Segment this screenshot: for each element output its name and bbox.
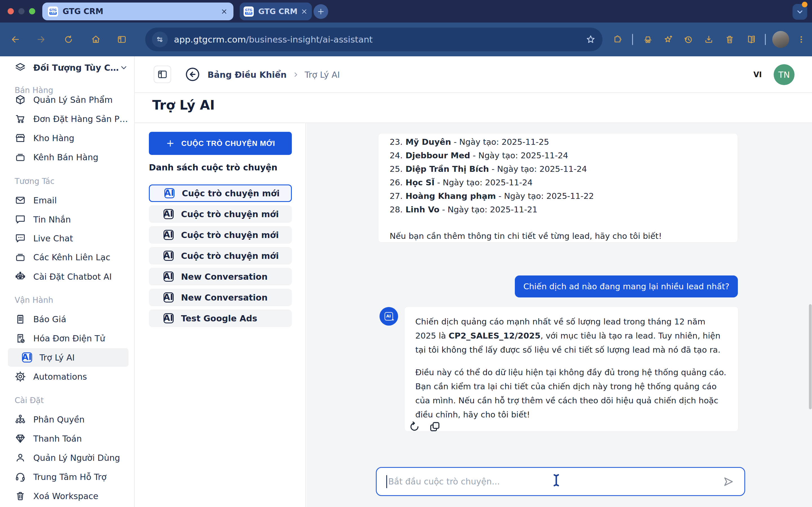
window-minimize-button[interactable] <box>18 8 24 14</box>
home-icon[interactable] <box>91 34 101 45</box>
favorites-star-icon[interactable] <box>663 34 673 45</box>
window-zoom-button[interactable] <box>29 8 35 14</box>
lead-entry: 27.Hoàng Khang phạm - Ngày tạo: 2025-11-… <box>390 189 726 203</box>
sidebar-item-automations[interactable]: Automations <box>8 367 129 386</box>
back-icon[interactable] <box>10 34 20 45</box>
breadcrumb-parent[interactable]: Bảng Điều Khiển <box>207 70 287 80</box>
browser-tab-active[interactable]: GTG CRM GTG CRM <box>42 3 234 20</box>
browser-menu-icon[interactable] <box>796 34 806 45</box>
window-close-button[interactable] <box>8 8 14 14</box>
conversation-item[interactable]: AI Test Google Ads <box>149 309 292 327</box>
sidebar-item-messages[interactable]: Tin Nhắn <box>8 210 129 229</box>
sidebar-item-e-invoices[interactable]: Hóa Đơn Điện Tử <box>8 329 129 348</box>
language-switcher[interactable]: VI <box>753 56 762 93</box>
chat-area: 23.Mỹ Duyên - Ngày tạo: 2025-11-25 24.Dj… <box>306 123 812 507</box>
ai-avatar: AI <box>379 307 398 326</box>
conversation-item[interactable]: AI Cuộc trò chuyện mới <box>149 205 292 223</box>
lead-entry: 25.Diệp Trần Thị Bích - Ngày tạo: 2025-1… <box>390 162 726 176</box>
ai-badge-icon: AI <box>163 251 174 261</box>
sidebar-toggle-button[interactable] <box>154 66 171 83</box>
sidebar-item-product-orders[interactable]: Đơn Đặt Hàng Sản Ph... <box>8 110 129 128</box>
diamond-icon <box>15 433 26 444</box>
site-favicon: GTG CRM <box>244 6 254 17</box>
sidebar-item-ai-assistant[interactable]: AI Trợ Lý AI <box>8 348 129 367</box>
tray-icon <box>15 152 26 163</box>
invoice-icon <box>15 333 26 344</box>
ai-badge-icon: AI <box>163 292 174 302</box>
ai-badge-icon: AI <box>385 312 393 321</box>
sidebar-item-live-chat[interactable]: Live Chat <box>8 229 129 247</box>
browser-profile-avatar[interactable] <box>772 31 789 48</box>
new-conversation-button[interactable]: CUỘC TRÒ CHUYỆN MỚI <box>149 132 292 155</box>
chat-bubble-icon <box>15 214 26 225</box>
sidebar-item-sales-channels[interactable]: Kênh Bán Hàng <box>8 148 129 166</box>
robot-icon <box>15 271 26 282</box>
forward-icon[interactable] <box>36 34 46 45</box>
site-settings-icon[interactable] <box>152 32 168 47</box>
bookmark-star-icon[interactable] <box>586 34 596 45</box>
extensions-icon[interactable] <box>612 34 622 45</box>
toolbar-divider <box>765 34 766 45</box>
url-text[interactable]: app.gtgcrm.com/business-insight/ai-assis… <box>174 34 373 45</box>
panel-icon <box>157 69 168 80</box>
sidebar-item-quotes[interactable]: Báo Giá <box>8 310 129 328</box>
sidebar-item-warehouse[interactable]: Kho Hàng <box>8 129 129 147</box>
sidebar-item-email[interactable]: Email <box>8 191 129 210</box>
user-avatar[interactable]: TN <box>774 64 795 85</box>
conversation-item[interactable]: AI Cuộc trò chuyện mới <box>149 184 292 202</box>
downloads-icon[interactable] <box>704 34 714 45</box>
conversation-item[interactable]: AI New Conversation <box>149 289 292 306</box>
sidebar-item-custom-objects[interactable]: Đối Tượng Tùy Chỉnh <box>8 58 129 77</box>
history-icon[interactable] <box>683 34 693 45</box>
sidebar-item-billing[interactable]: Thanh Toán <box>8 429 129 448</box>
delete-icon[interactable] <box>725 34 735 45</box>
app-window: Đối Tượng Tùy Chỉnh Bán Hàng Quản Lý Sản… <box>0 56 812 507</box>
new-tab-button[interactable] <box>313 4 328 19</box>
ai-badge-icon: AI <box>163 209 174 219</box>
chevron-right-icon <box>292 71 300 78</box>
sidebar-item-permissions[interactable]: Phân Quyền <box>8 410 129 429</box>
gear-icon <box>15 371 26 382</box>
reload-icon[interactable] <box>63 34 73 45</box>
plus-icon <box>317 7 325 16</box>
reply-paragraph: Chiến dịch quảng cáo mạnh nhất về số lượ… <box>415 315 727 357</box>
back-circle-button[interactable] <box>185 66 201 82</box>
sidebar-section-operations: Vận Hành <box>15 293 53 307</box>
browser-tab-inactive[interactable]: GTG CRM GTG CRM <box>240 3 312 20</box>
incognito-icon[interactable] <box>643 34 653 45</box>
sidebar-item-products[interactable]: Quản Lý Sản Phẩm <box>8 91 129 109</box>
regenerate-icon[interactable] <box>408 420 421 433</box>
reply-paragraph: Điều này có thể do dữ liệu hiện tại khôn… <box>415 365 727 421</box>
address-bar[interactable]: app.gtgcrm.com/business-insight/ai-assis… <box>145 27 603 51</box>
plus-icon <box>165 138 175 148</box>
sidebar-item-chatbot-settings[interactable]: Cài Đặt Chatbot AI <box>8 267 129 286</box>
sidebar-item-contact-channels[interactable]: Các Kênh Liên Lạc <box>8 248 129 267</box>
ai-badge-icon: AI <box>22 352 32 362</box>
tab-close-icon[interactable] <box>220 8 228 15</box>
conversation-item[interactable]: AI Cuộc trò chuyện mới <box>149 226 292 244</box>
reading-panel-icon[interactable] <box>117 34 127 45</box>
conversation-item[interactable]: AI Cuộc trò chuyện mới <box>149 247 292 265</box>
ibeam-cursor <box>548 468 564 492</box>
user-icon <box>15 452 26 463</box>
tray-icon <box>15 251 26 263</box>
tab-close-icon[interactable] <box>301 8 308 15</box>
conversation-item[interactable]: AI New Conversation <box>149 268 292 285</box>
ai-message-leads: 23.Mỹ Duyên - Ngày tạo: 2025-11-25 24.Dj… <box>378 133 738 242</box>
lead-entry: 26.Học SĨ - Ngày tạo: 2025-11-24 <box>390 176 726 189</box>
sidebar-item-support-center[interactable]: Trung Tâm Hỗ Trợ <box>8 467 129 486</box>
browser-tab-strip: GTG CRM GTG CRM GTG CRM GTG CRM <box>0 0 812 22</box>
sidebar-item-delete-workspace[interactable]: Xoá Workspace <box>8 487 129 505</box>
mail-icon <box>15 194 26 206</box>
copy-icon[interactable] <box>428 420 441 433</box>
main-area: Bảng Điều Khiển Trợ Lý AI VI TN Trợ Lý A… <box>135 56 812 507</box>
browser-toolbar: app.gtgcrm.com/business-insight/ai-assis… <box>0 22 812 56</box>
chat-scrollbar-thumb[interactable] <box>809 304 812 409</box>
send-icon[interactable] <box>722 475 735 488</box>
reading-list-icon[interactable] <box>746 34 756 45</box>
sidebar-item-user-management[interactable]: Quản Lý Người Dùng <box>8 448 129 467</box>
receipt-icon <box>15 314 26 325</box>
toolbar-divider <box>632 34 633 45</box>
site-favicon: GTG CRM <box>48 6 58 17</box>
headset-icon <box>15 471 26 483</box>
